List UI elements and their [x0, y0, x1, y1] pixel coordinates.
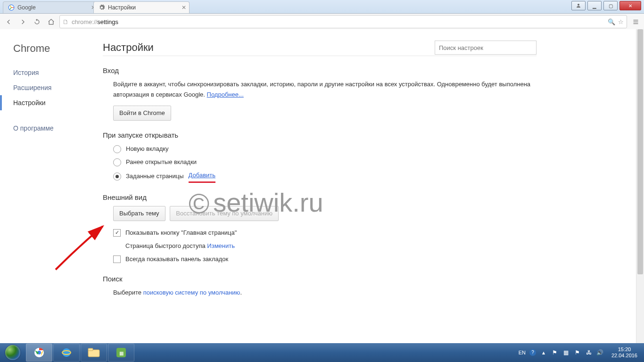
menu-button[interactable] — [630, 16, 641, 27]
radio-label: Заданные страницы — [126, 171, 184, 181]
quick-access-change-link[interactable]: Изменить — [207, 242, 235, 249]
star-icon[interactable]: ☆ — [618, 18, 624, 25]
gear-icon — [99, 4, 105, 11]
section-search-heading: Поиск — [103, 275, 537, 283]
browser-titlebar: Google ✕ Настройки ✕ ▁ ▢ ✕ — [0, 0, 644, 14]
tab-label: Google — [17, 4, 36, 11]
maximize-button[interactable]: ▢ — [603, 1, 618, 10]
forward-button[interactable] — [17, 16, 28, 27]
startup-option-continue[interactable]: Ранее открытые вкладки — [113, 157, 537, 167]
radio-icon[interactable] — [113, 158, 121, 166]
section-signin-body: Войдите в аккаунт, чтобы синхронизироват… — [103, 79, 537, 121]
svg-point-7 — [62, 348, 71, 357]
radio-label: Новую вкладку — [126, 144, 169, 154]
checkbox-icon[interactable] — [113, 255, 121, 263]
section-appearance-heading: Внешний вид — [103, 193, 537, 201]
page-title: Настройки — [103, 41, 154, 54]
address-bar[interactable]: 🗋 chrome://settings 🔍 ☆ — [59, 15, 627, 28]
startup-option-specific[interactable]: Заданные страницы Добавить — [113, 170, 537, 182]
back-button[interactable] — [3, 16, 14, 27]
system-tray: EN ? ▴ ⚑ ▦ ⚑ 🖧 🔊 15:20 22.04.2016 — [519, 346, 644, 359]
taskbar-explorer-icon[interactable] — [81, 344, 107, 362]
tray-security-icon[interactable]: ⚑ — [551, 349, 559, 356]
start-button[interactable] — [0, 343, 25, 362]
sidebar-item-about[interactable]: О программе — [13, 121, 89, 136]
sidebar-item-settings[interactable]: Настройки — [0, 95, 89, 110]
taskbar-chrome-icon[interactable] — [26, 344, 52, 362]
taskbar-bluestacks-icon[interactable]: ▦ — [108, 344, 134, 362]
vertical-scrollbar[interactable] — [636, 29, 644, 343]
tray-network-icon[interactable]: 🖧 — [585, 349, 593, 356]
brand-label: Chrome — [13, 42, 89, 55]
checkbox-label: Всегда показывать панель закладок — [125, 254, 228, 264]
tab-settings[interactable]: Настройки ✕ — [93, 1, 190, 13]
user-button[interactable] — [571, 1, 586, 10]
tray-date: 22.04.2016 — [611, 353, 637, 359]
default-search-link[interactable]: поисковую систему по умолчанию — [143, 289, 240, 296]
reload-button[interactable] — [31, 16, 42, 27]
minimize-button[interactable]: ▁ — [587, 1, 602, 10]
settings-search-input[interactable] — [435, 41, 537, 55]
windows-orb-icon — [5, 345, 20, 360]
section-appearance-body: Выбрать тему Восстановить тему по умолча… — [103, 206, 537, 264]
radio-label: Ранее открытые вкладки — [126, 157, 197, 167]
tray-clock[interactable]: 15:20 22.04.2016 — [608, 346, 641, 359]
quick-access-text: Страница быстрого доступа — [125, 242, 207, 249]
svg-point-1 — [578, 4, 579, 6]
choose-theme-button[interactable]: Выбрать тему — [113, 206, 165, 221]
checkbox-label: Показывать кнопку "Главная страница" — [125, 228, 237, 238]
signin-button[interactable]: Войти в Chrome — [113, 106, 171, 121]
scrollbar-thumb[interactable] — [637, 29, 643, 274]
close-button[interactable]: ✕ — [619, 1, 641, 10]
search-text-before: Выберите — [113, 289, 143, 296]
svg-text:▦: ▦ — [119, 351, 124, 356]
tab-strip: Google ✕ Настройки ✕ — [0, 0, 644, 13]
page-icon: 🗋 — [63, 18, 69, 25]
section-signin-heading: Вход — [103, 66, 537, 74]
checkbox-icon[interactable] — [113, 229, 121, 237]
tray-app-icon[interactable]: ▦ — [562, 349, 570, 356]
tray-lang[interactable]: EN — [519, 350, 526, 355]
tab-google[interactable]: Google ✕ — [3, 1, 99, 13]
tray-volume-icon[interactable]: 🔊 — [596, 349, 604, 356]
reset-theme-button[interactable]: Восстановить тему по умолчанию — [170, 206, 279, 221]
always-show-bookmarks-row[interactable]: Всегда показывать панель закладок — [113, 254, 537, 264]
startup-option-newtab[interactable]: Новую вкладку — [113, 144, 537, 154]
home-button[interactable] — [45, 16, 57, 27]
signin-text: Войдите в аккаунт, чтобы синхронизироват… — [113, 81, 530, 98]
search-text-after: . — [240, 289, 242, 296]
tray-help-icon[interactable]: ? — [529, 349, 536, 356]
radio-icon[interactable] — [113, 145, 121, 153]
browser-toolbar: 🗋 chrome://settings 🔍 ☆ — [0, 14, 644, 30]
google-favicon — [8, 4, 15, 11]
taskbar-ie-icon[interactable] — [53, 344, 80, 362]
section-startup-body: Новую вкладку Ранее открытые вкладки Зад… — [103, 144, 537, 182]
windows-taskbar: ▦ EN ? ▴ ⚑ ▦ ⚑ 🖧 🔊 15:20 22.04.2016 — [0, 343, 644, 362]
tray-time: 15:20 — [611, 346, 637, 353]
settings-page: Chrome История Расширения Настройки О пр… — [0, 29, 644, 343]
svg-rect-10 — [88, 348, 93, 351]
sidebar-item-history[interactable]: История — [13, 65, 89, 80]
window-controls: ▁ ▢ ✕ — [571, 1, 641, 10]
quick-access-row: Страница быстрого доступа Изменить — [113, 241, 537, 251]
zoom-icon[interactable]: 🔍 — [608, 18, 615, 25]
tray-overflow-icon[interactable]: ▴ — [540, 349, 547, 356]
show-home-checkbox-row[interactable]: Показывать кнопку "Главная страница" — [113, 228, 537, 238]
sidebar-item-extensions[interactable]: Расширения — [13, 80, 89, 95]
signin-more-link[interactable]: Подробнее... — [207, 91, 244, 98]
url-scheme: chrome:// — [72, 18, 97, 25]
settings-sidebar: Chrome История Расширения Настройки О пр… — [0, 29, 89, 343]
section-startup-heading: При запуске открывать — [103, 131, 537, 139]
settings-content: Настройки Вход Войдите в аккаунт, чтобы … — [89, 29, 555, 343]
tray-flag-icon[interactable]: ⚑ — [574, 349, 581, 356]
tab-label: Настройки — [108, 4, 136, 11]
section-search-body: Выберите поисковую систему по умолчанию. — [103, 288, 537, 298]
startup-add-link[interactable]: Добавить — [189, 170, 215, 182]
radio-icon[interactable] — [113, 173, 121, 181]
tab-close-icon[interactable]: ✕ — [182, 4, 186, 11]
url-path: settings — [97, 18, 118, 25]
